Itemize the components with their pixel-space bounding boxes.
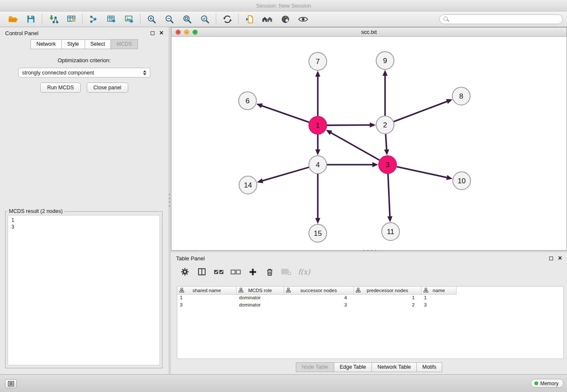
tab-mcds[interactable]: MCDS (110, 39, 138, 49)
table-settings-button[interactable] (179, 266, 190, 278)
close-panel-button[interactable]: Close panel (87, 83, 128, 93)
cell[interactable]: 4 (284, 295, 354, 302)
clone-document-icon (245, 14, 255, 24)
tab-node-table[interactable]: Node Table (296, 362, 334, 372)
edge-4-14[interactable] (262, 167, 309, 181)
eye-button[interactable] (294, 13, 312, 25)
cell[interactable]: dominator (237, 295, 284, 302)
tab-select[interactable]: Select (85, 39, 111, 49)
close-panel-icon[interactable]: × (160, 30, 163, 36)
export-image-button[interactable] (120, 13, 138, 25)
node-label: 2 (383, 121, 387, 129)
column-header-mcds-role[interactable]: MCDS role (237, 287, 284, 295)
toolbar-separator (42, 14, 42, 25)
column-type-icon (356, 288, 361, 293)
toolbar-separator (140, 14, 140, 25)
open-session-button[interactable] (4, 13, 22, 25)
control-panel-title: Control Panel (5, 30, 39, 36)
edge-3-1[interactable] (330, 133, 380, 160)
memory-button[interactable]: Memory (531, 379, 564, 388)
tab-network[interactable]: Network (30, 39, 61, 49)
float-panel-icon[interactable] (549, 257, 553, 260)
clone-network-button[interactable] (241, 13, 259, 25)
column-header-name[interactable]: name (421, 287, 457, 295)
tab-style[interactable]: Style (61, 39, 85, 49)
mcds-result-list[interactable]: 13 (8, 215, 160, 365)
mcds-result-item[interactable]: 3 (11, 224, 156, 230)
zoom-selected-button[interactable] (196, 13, 214, 25)
cell[interactable]: 1 (421, 295, 457, 302)
eye-icon (298, 14, 308, 24)
edge-1-2[interactable] (327, 125, 371, 125)
edge-arrowhead (315, 149, 320, 155)
delete-table-button[interactable] (281, 266, 292, 278)
cell[interactable]: 3 (284, 302, 354, 309)
tab-motifs[interactable]: Motifs (416, 362, 442, 372)
optimization-criterion-select[interactable]: strongly connected component (18, 68, 150, 77)
float-panel-icon[interactable] (151, 31, 154, 35)
memory-status-icon (534, 381, 538, 385)
column-header-predecessor-nodes[interactable]: predecessor nodes (354, 287, 421, 295)
export-table-icon (107, 14, 116, 24)
cell[interactable]: 1 (354, 295, 421, 302)
table-row[interactable]: 1dominator411 (177, 295, 563, 302)
export-table-button[interactable] (102, 13, 120, 25)
cell[interactable]: 2 (354, 302, 421, 309)
show-columns-button[interactable] (196, 266, 207, 278)
edge-3-10[interactable] (396, 167, 447, 178)
zoom-fit-icon (182, 14, 192, 24)
close-window-icon[interactable]: × (176, 30, 181, 35)
edge-arrowhead (387, 216, 392, 222)
export-network-button[interactable] (85, 13, 102, 25)
edge-2-8[interactable] (394, 101, 448, 121)
deselect-all-rows-button[interactable] (230, 266, 241, 278)
refresh-network-button[interactable] (218, 13, 236, 25)
minimize-window-icon[interactable]: − (184, 30, 189, 35)
edge-3-11[interactable] (388, 174, 390, 217)
zoom-out-button[interactable] (160, 13, 178, 25)
search-input[interactable] (451, 16, 559, 22)
gear-icon (180, 267, 190, 276)
close-panel-icon[interactable]: × (558, 255, 562, 262)
cell[interactable]: 3 (177, 302, 237, 309)
run-mcds-button[interactable]: Run MCDS (40, 83, 80, 93)
edge-2-3[interactable] (385, 134, 386, 150)
delete-column-button[interactable] (264, 266, 275, 278)
style-brush-button[interactable] (276, 13, 294, 25)
export-image-icon (124, 14, 134, 24)
panel-toggle-button[interactable] (5, 379, 17, 388)
main-toolbar (0, 11, 567, 27)
table-row[interactable]: 3dominator323 (177, 302, 563, 309)
edge-1-6[interactable] (261, 105, 309, 122)
column-header-successor-nodes[interactable]: successor nodes (284, 287, 354, 295)
search-icon (443, 16, 449, 22)
save-icon (26, 14, 36, 24)
column-header-label: MCDS role (248, 288, 272, 293)
cell[interactable]: 3 (421, 302, 457, 309)
import-network-button[interactable] (44, 13, 62, 25)
mcds-result-item[interactable]: 1 (11, 217, 156, 224)
edge-arrowhead (383, 70, 388, 76)
select-all-rows-button[interactable] (213, 266, 224, 278)
tab-network-table[interactable]: Network Table (372, 362, 416, 372)
create-column-button[interactable] (247, 266, 258, 278)
zoom-in-button[interactable] (143, 13, 160, 25)
function-builder-button[interactable]: f(x) (298, 266, 310, 278)
zoom-fit-button[interactable] (178, 13, 196, 25)
vertical-splitter[interactable] (168, 193, 171, 208)
horizontal-splitter[interactable] (362, 249, 377, 252)
tab-edge-table[interactable]: Edge Table (334, 362, 372, 372)
node-label: 4 (316, 161, 319, 169)
column-header-shared-name[interactable]: shared name (177, 287, 237, 295)
plus-icon (248, 267, 258, 277)
cell[interactable]: 1 (177, 295, 237, 302)
network-graph[interactable]: 7968124314101511 (171, 37, 567, 250)
node-label: 1 (316, 121, 319, 130)
cell[interactable]: dominator (237, 302, 284, 309)
zoom-window-icon[interactable]: + (193, 30, 198, 35)
network-home-button[interactable] (259, 13, 276, 25)
node-label: 15 (314, 229, 322, 237)
save-session-button[interactable] (22, 13, 40, 25)
import-table-button[interactable] (62, 13, 80, 25)
network-title: scc.txt (361, 29, 377, 35)
